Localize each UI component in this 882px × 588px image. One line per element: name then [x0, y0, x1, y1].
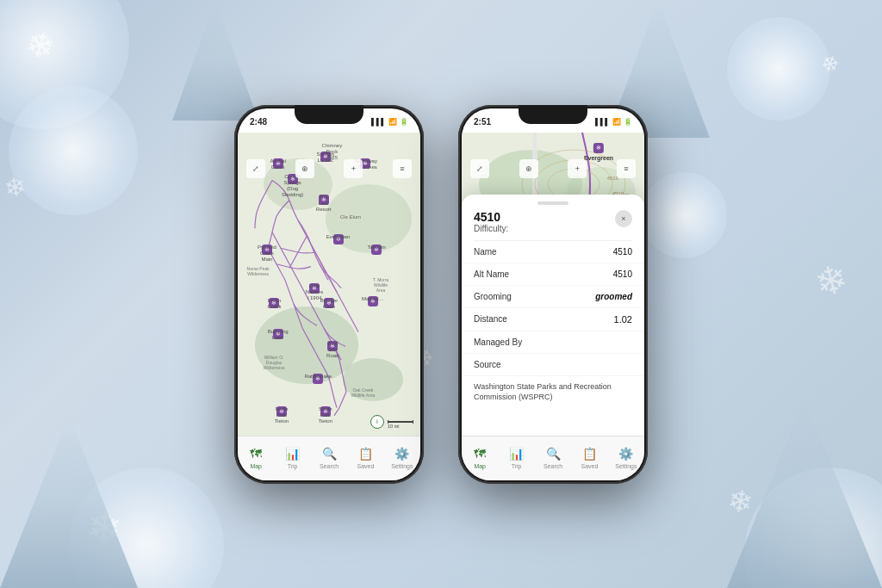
- pin-label: BumpingLake: [268, 329, 289, 341]
- pin-bald-mtn-road[interactable]: ❄ Bald MtnRoad: [327, 341, 338, 353]
- tab-settings-right[interactable]: ⚙️ Settings: [608, 436, 644, 480]
- scale-bar: 10 mi: [388, 421, 413, 429]
- panel-row-distance: Distance 1.02: [462, 308, 644, 331]
- alt-name-label: Alt Name: [474, 269, 509, 279]
- left-phone: 2:48 ▌▌▌ 📶 🔋 ⤢ ⊕ + ≡: [234, 105, 424, 484]
- trip-tab-label-right: Trip: [512, 463, 522, 469]
- pin-pyramid-creek[interactable]: ❄ PyramidCreek Main: [262, 244, 272, 257]
- add-icon-right[interactable]: +: [568, 159, 587, 178]
- left-tab-bar: 🗺 Map 📊 Trip 🔍 Search 📋 Saved ⚙️ S: [238, 436, 420, 480]
- distance-value: 1.02: [614, 314, 632, 325]
- expand-icon[interactable]: ⤢: [246, 159, 265, 178]
- pin-taneum[interactable]: ❄ Taneum: [371, 244, 382, 257]
- map-tab-icon-right: 🗺: [474, 447, 486, 461]
- map-tab-icon: 🗺: [250, 447, 262, 461]
- settings-tab-label-right: Settings: [615, 463, 637, 469]
- right-status-icons: ▌▌▌ 📶 🔋: [595, 118, 632, 126]
- tab-settings-left[interactable]: ⚙️ Settings: [384, 436, 420, 480]
- pin-union-creek[interactable]: ❄ UnionCreek: [269, 298, 279, 310]
- panel-title-group: 4510 Difficulty:: [474, 210, 508, 233]
- pin-label: Evergreen: [326, 234, 351, 240]
- pin-boulder-cave[interactable]: ❄ BoulderCave: [324, 298, 334, 310]
- evergreen-pin-icon: ❄: [593, 143, 604, 153]
- pin-label: BoulderCave: [320, 298, 339, 310]
- layers-icon-right[interactable]: ≡: [617, 159, 636, 178]
- alt-name-value: 4510: [613, 269, 632, 279]
- panel-title: 4510: [474, 210, 508, 224]
- name-label: Name: [474, 247, 497, 257]
- label-norse-peak: Norse PeakWilderness: [247, 266, 270, 276]
- page-container: 2:48 ▌▌▌ 📶 🔋 ⤢ ⊕ + ≡: [0, 0, 882, 588]
- signal-icon-right: ▌▌▌: [595, 118, 610, 126]
- right-phone: 2:51 ▌▌▌ 📶 🔋 ⤢ ⊕ + ≡: [458, 105, 648, 484]
- left-map-toolbar: ⤢ ⊕ + ≡: [238, 157, 420, 181]
- tab-saved-left[interactable]: 📋 Saved: [347, 436, 383, 480]
- info-button[interactable]: i: [370, 415, 384, 429]
- search-tab-label-right: Search: [543, 463, 562, 469]
- settings-tab-icon: ⚙️: [394, 447, 409, 461]
- right-status-time: 2:51: [474, 117, 491, 127]
- search-tab-icon: 🔍: [322, 447, 337, 461]
- panel-header: 4510 Difficulty: ×: [462, 210, 644, 240]
- trip-tab-label: Trip: [288, 463, 298, 469]
- right-map-area[interactable]: ⤢ ⊕ + ≡: [462, 133, 644, 436]
- grooming-label: Grooming: [474, 292, 512, 301]
- battery-icon-right: 🔋: [624, 118, 632, 126]
- location-icon[interactable]: ⊕: [295, 159, 314, 178]
- pin-rattlesnake[interactable]: ❄ Rattlesnake: [313, 374, 323, 386]
- left-map-area[interactable]: ⤢ ⊕ + ≡: [238, 133, 420, 436]
- pin-manastash[interactable]: ❄ Manast…: [368, 296, 378, 308]
- pin-south-fork-tieton[interactable]: ❄ South ForkTieton: [320, 406, 331, 418]
- scale-label: 10 mi: [388, 424, 399, 429]
- tab-trip-right[interactable]: 📊 Trip: [498, 436, 534, 480]
- description-text: Washington State Parks and Recreation Co…: [474, 382, 612, 402]
- battery-icon: 🔋: [400, 118, 408, 126]
- settings-tab-icon-right: ⚙️: [618, 447, 633, 461]
- signal-icon: ▌▌▌: [371, 118, 386, 126]
- panel-handle: [537, 201, 568, 205]
- tab-map-right[interactable]: 🗺 Map: [462, 436, 498, 480]
- right-tab-bar: 🗺 Map 📊 Trip 🔍 Search 📋 Saved ⚙️ S: [462, 436, 644, 480]
- close-button[interactable]: ×: [615, 210, 632, 227]
- label-cle-elum: Cle Elum: [340, 214, 361, 220]
- pin-label: PyramidCreek Main: [258, 244, 276, 263]
- expand-icon-right[interactable]: ⤢: [470, 159, 489, 178]
- saved-tab-label: Saved: [357, 463, 374, 469]
- search-tab-label: Search: [320, 463, 339, 469]
- add-icon[interactable]: +: [344, 159, 363, 178]
- tab-search-right[interactable]: 🔍 Search: [535, 436, 571, 480]
- tab-saved-right[interactable]: 📋 Saved: [571, 436, 607, 480]
- label-william-douglas: William O.DouglasWilderness: [264, 355, 285, 370]
- pin-little-naches[interactable]: ❄ Little Naches/ 1904: [309, 283, 320, 295]
- label-t-murra: T. MurraWildlifeArea: [373, 277, 388, 293]
- saved-tab-label-right: Saved: [581, 463, 598, 469]
- left-notch: [295, 105, 363, 124]
- pin-the-last-resort[interactable]: ❄ The LastResort: [319, 195, 329, 207]
- tab-map-left[interactable]: 🗺 Map: [238, 436, 274, 480]
- pin-bumping-lake[interactable]: ❄ BumpingLake: [273, 329, 283, 341]
- trip-tab-icon: 📊: [285, 447, 300, 461]
- search-tab-icon-right: 🔍: [546, 447, 561, 461]
- tab-search-left[interactable]: 🔍 Search: [311, 436, 347, 480]
- trip-tab-icon-right: 📊: [509, 447, 524, 461]
- pin-label: UnionCreek: [267, 298, 281, 310]
- saved-tab-icon-right: 📋: [582, 447, 597, 461]
- name-value: 4510: [613, 247, 632, 257]
- layers-icon[interactable]: ≡: [393, 159, 412, 178]
- tab-trip-left[interactable]: 📊 Trip: [274, 436, 310, 480]
- pin-north-fork-tieton[interactable]: ❄ North ForkTieton: [276, 406, 287, 418]
- wifi-icon-right: 📶: [612, 118, 621, 126]
- panel-row-grooming: Grooming groomed: [462, 286, 644, 308]
- source-label: Source: [474, 360, 501, 369]
- location-icon-right[interactable]: ⊕: [519, 159, 538, 178]
- panel-row-alt-name: Alt Name 4510: [462, 263, 644, 286]
- right-notch: [519, 105, 587, 124]
- right-map-toolbar: ⤢ ⊕ + ≡: [462, 157, 644, 181]
- pin-label: North ForkTieton: [275, 406, 289, 425]
- panel-row-source: Source: [462, 354, 644, 376]
- pin-evergreen[interactable]: ❄ Evergreen: [333, 234, 344, 246]
- label-oak-creek: Oak CreekWildlife Area: [351, 387, 375, 398]
- pin-label: Manast…: [362, 296, 384, 302]
- detail-panel: 4510 Difficulty: × Name 4510 Alt Name 45…: [462, 195, 644, 436]
- panel-row-name: Name 4510: [462, 241, 644, 263]
